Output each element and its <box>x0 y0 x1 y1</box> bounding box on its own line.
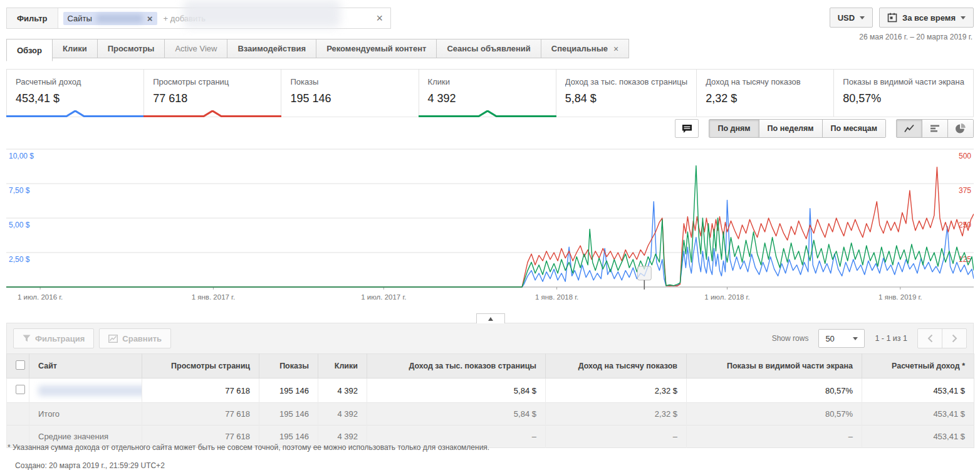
filter-label: Фильтр <box>7 8 58 28</box>
column-header-0[interactable]: Сайт <box>29 354 142 379</box>
metric-selected-underline <box>6 110 144 118</box>
rows-per-page-value: 50 <box>825 334 834 343</box>
column-header-6[interactable]: Показы в видимой части экрана <box>687 354 862 379</box>
tab-close-icon[interactable]: × <box>613 44 618 54</box>
compare-button[interactable]: Сравнить <box>99 328 171 348</box>
chevron-down-icon <box>860 16 865 19</box>
cell-0-6: 453,41 $ <box>862 379 974 403</box>
column-header-4[interactable]: Доход за тыс. показов страницы <box>367 354 546 379</box>
x-axis-tick-label: 1 янв. 2017 г. <box>192 293 235 301</box>
metric-value: 77 618 <box>153 92 272 105</box>
row-checkbox[interactable] <box>16 385 25 394</box>
chip-remove-icon[interactable]: × <box>147 14 153 23</box>
metric-card-2[interactable]: Показы195 146 <box>281 70 419 117</box>
collapse-chart-button[interactable] <box>476 313 505 323</box>
calendar-icon <box>887 13 897 23</box>
cell-0-5: 80,57% <box>687 379 862 403</box>
tab-2[interactable]: Просмотры <box>98 39 165 58</box>
metric-cards: Расчетный доход453,41 $Просмотры страниц… <box>6 69 974 117</box>
annotations-button[interactable] <box>675 119 699 138</box>
select-all-checkbox[interactable] <box>16 360 25 370</box>
filter-clear-icon[interactable]: × <box>376 13 383 24</box>
tab-6[interactable]: Сеансы объявлений <box>437 39 541 58</box>
tab-7[interactable]: Специальные× <box>541 39 629 58</box>
cell-2-4: – <box>546 426 687 448</box>
tab-4[interactable]: Взаимодействия <box>227 39 316 58</box>
currency-dropdown[interactable]: USD <box>830 8 873 28</box>
redacted-site-name <box>38 385 142 396</box>
cell-0-1: 195 146 <box>259 379 318 403</box>
tab-0[interactable]: Обзор <box>6 39 53 61</box>
metric-card-3[interactable]: Клики4 392 <box>419 70 556 117</box>
column-header-5[interactable]: Доход на тысячу показов <box>546 354 687 379</box>
column-header-7[interactable]: Расчетный доход * <box>862 354 974 379</box>
cell-1-3: 5,84 $ <box>367 403 546 426</box>
filter-rows-button[interactable]: Фильтрация <box>13 328 94 348</box>
cell-1-1: 195 146 <box>259 403 318 426</box>
chart-controls: По днямПо неделямПо месяцам <box>6 119 974 138</box>
cell-1-2: 4 392 <box>318 403 367 426</box>
column-header-3[interactable]: Клики <box>318 354 367 379</box>
cell-1-5: 80,57% <box>687 403 862 426</box>
chart-type-bar-button[interactable] <box>922 120 947 137</box>
granularity-button-2[interactable]: По месяцам <box>822 120 885 137</box>
table-row-1: Итого77 618195 1464 3925,84 $2,32 $80,57… <box>7 403 974 426</box>
filter-chip-label: Сайты <box>68 14 92 23</box>
metric-value: 4 392 <box>428 92 547 105</box>
row-checkbox-cell <box>7 379 29 403</box>
tab-label: Active View <box>175 44 217 53</box>
cell-0-0: 77 618 <box>142 379 259 403</box>
tab-1[interactable]: Клики <box>53 39 98 58</box>
tab-label: Обзор <box>17 46 42 55</box>
left-axis-tick-label: 2,50 $ <box>9 255 30 264</box>
chart-type-pie-button[interactable] <box>947 120 973 137</box>
series-Расчетный доход <box>6 200 974 287</box>
metric-card-1[interactable]: Просмотры страниц77 618 <box>144 70 281 117</box>
tab-5[interactable]: Рекомендуемый контент <box>316 39 437 58</box>
chart-type-line-button[interactable] <box>897 120 922 137</box>
row-label-cell <box>29 379 142 403</box>
report-tabs: ОбзорКликиПросмотрыActive ViewВзаимодейс… <box>6 39 629 61</box>
chevron-up-icon <box>488 317 493 321</box>
pagination-text: 1 - 1 из 1 <box>875 334 907 343</box>
chevron-down-icon <box>853 337 858 340</box>
chart-annotation-marker[interactable] <box>637 266 651 280</box>
metric-label: Показы в видимой части экрана <box>843 77 964 86</box>
currency-value: USD <box>838 13 855 23</box>
disclaimer-text: * Указанная сумма дохода от отдельного с… <box>8 443 489 452</box>
column-header-2[interactable]: Показы <box>259 354 318 379</box>
prev-page-button[interactable] <box>918 329 942 348</box>
redacted-site-name <box>96 14 143 23</box>
metric-label: Доход на тысячу показов <box>706 77 825 86</box>
next-page-button[interactable] <box>942 329 966 348</box>
right-axis-tick-label: 375 <box>959 186 971 195</box>
filter-rows-label: Фильтрация <box>35 334 85 343</box>
left-axis-tick-label: 10,00 $ <box>9 152 34 160</box>
tab-label: Сеансы объявлений <box>447 44 530 53</box>
table-header-row: СайтПросмотры страницПоказыКликиДоход за… <box>7 354 974 379</box>
column-header-1[interactable]: Просмотры страниц <box>142 354 259 379</box>
chart-type-group <box>896 119 974 138</box>
granularity-button-1[interactable]: По неделям <box>759 120 822 137</box>
performance-chart[interactable]: 10,00 $7,50 $5,00 $2,50 $5003752501251 и… <box>6 147 974 308</box>
metric-card-6[interactable]: Показы в видимой части экрана80,57% <box>834 70 974 117</box>
metric-card-5[interactable]: Доход на тысячу показов2,32 $ <box>697 70 834 117</box>
compare-label: Сравнить <box>122 334 162 343</box>
header-checkbox-cell <box>7 354 29 379</box>
chevron-down-icon <box>961 16 966 19</box>
filter-chip-sites[interactable]: Сайты × <box>63 12 157 25</box>
granularity-button-0[interactable]: По дням <box>709 120 758 137</box>
metric-value: 453,41 $ <box>16 92 135 105</box>
date-range-dropdown[interactable]: За все время <box>879 8 974 28</box>
rows-per-page-select[interactable]: 50 <box>818 329 865 348</box>
metric-card-4[interactable]: Доход за тыс. показов страницы5,84 $ <box>556 70 697 117</box>
tab-3[interactable]: Active View <box>165 39 227 58</box>
metric-label: Просмотры страниц <box>153 77 272 86</box>
cell-1-4: 2,32 $ <box>546 403 687 426</box>
tab-label: Рекомендуемый контент <box>326 44 426 53</box>
granularity-group: По днямПо неделямПо месяцам <box>709 119 886 138</box>
metric-card-0[interactable]: Расчетный доход453,41 $ <box>6 70 144 117</box>
x-axis-tick-label: 1 янв. 2019 г. <box>878 293 922 301</box>
row-label-cell: Итого <box>29 403 142 426</box>
bar-chart-icon <box>929 123 941 133</box>
